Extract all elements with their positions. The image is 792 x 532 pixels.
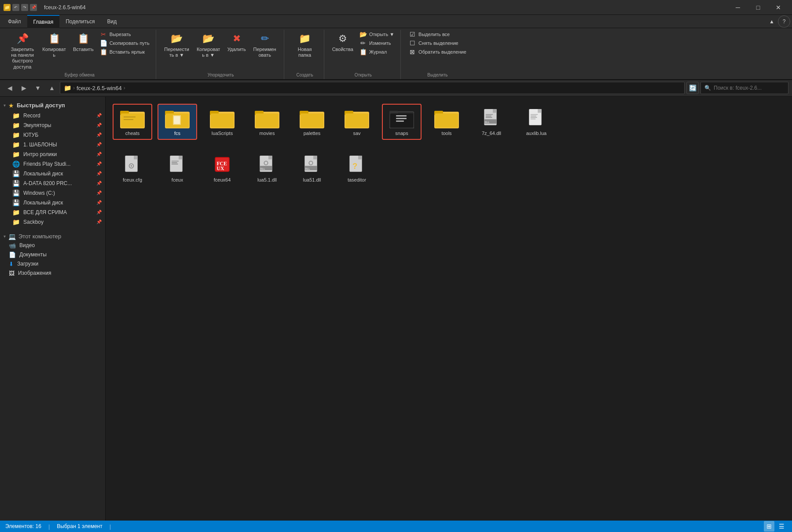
pin-button[interactable]: 📌 Закрепить на панели быстрого доступа (7, 30, 38, 72)
breadcrumb[interactable]: 📁 › fceux-2.6.5-win64 › (60, 82, 685, 94)
help-button[interactable]: ? (778, 15, 790, 28)
tab-file[interactable]: Файл (2, 15, 27, 28)
ribbon-minimize-btn[interactable]: ▲ (766, 18, 778, 25)
svg-rect-55 (172, 162, 177, 163)
large-icons-view-button[interactable]: ⊞ (764, 521, 774, 532)
copy-to-button[interactable]: 📂 Копировать в ▼ (193, 30, 224, 60)
sidebar-item-friends-play[interactable]: 🌐 Friends Play Studi... 📌 (0, 159, 105, 169)
redo-icon: ↷ (21, 4, 28, 11)
new-folder-button[interactable]: 📁 Новая папка (290, 30, 320, 60)
file-name-lua51bdll: lua51.dll (303, 177, 321, 183)
files-area: cheats fcs (106, 97, 792, 521)
file-item-lua51dll[interactable]: DLL lua5.1.dll (247, 150, 287, 186)
maximize-button[interactable]: □ (748, 0, 768, 15)
sidebar-item-local-disk-1[interactable]: 💾 Локальный диск 📌 (0, 169, 105, 179)
svg-rect-56 (172, 164, 178, 164)
sidebar-item-downloads[interactable]: ⬇ Загрузки (0, 259, 105, 269)
sidebar-item-intros[interactable]: 📁 Интро ролики 📌 (0, 149, 105, 159)
tab-share[interactable]: Поделиться (59, 15, 101, 28)
paste-button[interactable]: 📋 Вставить (70, 30, 96, 54)
invert-select-label: Обратить выделение (418, 49, 466, 55)
sidebar-item-emulators[interactable]: 📁 Эмуляторы 📌 (0, 120, 105, 130)
invert-select-icon: ⊠ (409, 48, 416, 55)
folder-icon-luascripts (210, 107, 235, 128)
sidebar-item-local-disk-2[interactable]: 💾 Локальный диск 📌 (0, 198, 105, 208)
copy-button[interactable]: 📋 Копировать (39, 30, 70, 60)
sidebar-item-video[interactable]: 📹 Видео (0, 241, 105, 250)
history-button[interactable]: 📋 Журнал (357, 47, 397, 56)
open-group-label: Открыть (330, 73, 397, 78)
sidebar-sub-item-label: Загрузки (17, 261, 38, 267)
tab-view[interactable]: Вид (101, 15, 123, 28)
sidebar-item-windows-c[interactable]: 💾 Windows (C:) 📌 (0, 188, 105, 198)
pin-icon: 📌 (96, 152, 102, 157)
file-item-palettes[interactable]: palettes (292, 104, 332, 140)
svg-rect-53 (179, 156, 182, 159)
sidebar-item-all-for-stream[interactable]: 📁 ВСЕ ДЛЯ СРИМА 📌 (0, 208, 105, 217)
recent-locations-button[interactable]: ▼ (32, 82, 44, 94)
sidebar-item-documents[interactable]: 📄 Документы (0, 250, 105, 259)
back-button[interactable]: ◀ (4, 82, 16, 94)
breadcrumb-item[interactable]: fceux-2.6.5-win64 (77, 85, 122, 91)
file-item-fcs[interactable]: fcs (158, 104, 197, 140)
disk-icon: 💾 (12, 180, 20, 187)
file-item-fceux64[interactable]: FCE UX fceux64 (202, 150, 242, 186)
file-item-lua51b-dll[interactable]: DLL lua51.dll (292, 150, 332, 186)
properties-button[interactable]: ⚙ Свойства (330, 30, 356, 54)
file-name-snaps: snaps (395, 130, 408, 136)
file-name-palettes: palettes (304, 130, 321, 136)
file-item-tools[interactable]: tools (427, 104, 466, 140)
file-item-cheats[interactable]: cheats (113, 104, 152, 140)
clipboard-small-btns: ✂ Вырезать 📄 Скопировать путь 📋 Вставить… (97, 30, 152, 56)
sidebar-sub-item-label: Изображения (18, 270, 51, 276)
disk-icon: 💾 (12, 170, 20, 177)
tab-home[interactable]: Главная (27, 15, 60, 28)
this-pc-header[interactable]: ▾ 💻 Этот компьютер (0, 230, 105, 241)
file-item-fceux[interactable]: fceux (158, 150, 197, 186)
search-box[interactable]: 🔍 Поиск в: fceux-2.6... (700, 82, 788, 94)
file-item-taseditor[interactable]: ? taseditor (337, 150, 377, 186)
list-view-button[interactable]: ☰ (776, 521, 787, 532)
file-item-sav[interactable]: sav (337, 104, 377, 140)
select-all-button[interactable]: ☑ Выделить все (406, 30, 469, 39)
file-item-auxliblua[interactable]: auxlib.lua (517, 104, 556, 140)
deselect-button[interactable]: ☐ Снять выделение (406, 39, 469, 47)
sidebar-item-record[interactable]: 📁 Record 📌 (0, 111, 105, 120)
rename-button[interactable]: ✏ Переименовать (249, 30, 280, 60)
file-name-movies: movies (260, 130, 275, 136)
folder-icon-snaps (389, 107, 414, 128)
paste-shortcut-button[interactable]: 📋 Вставить ярлык (97, 47, 152, 56)
minimize-button[interactable]: ─ (728, 0, 748, 15)
up-button[interactable]: ▲ (46, 82, 58, 94)
create-items: 📁 Новая папка (290, 30, 320, 72)
title-bar: 📁 ↶ ↷ 📌 fceux-2.6.5-win64 ─ □ ✕ (0, 0, 792, 15)
pin-icon: 📌 (96, 123, 102, 128)
change-button[interactable]: ✏ Изменить (357, 39, 397, 47)
file-item-7z64dll[interactable]: DLL 7z_64.dll (472, 104, 511, 140)
copy-path-button[interactable]: 📄 Скопировать путь (97, 39, 152, 47)
refresh-button[interactable]: 🔄 (686, 82, 699, 94)
svg-rect-2 (121, 113, 144, 128)
open-button[interactable]: 📂 Открыть ▼ (357, 30, 397, 39)
file-item-movies[interactable]: movies (247, 104, 287, 140)
file-item-luascripts[interactable]: luaScripts (202, 104, 242, 140)
video-icon: 📹 (9, 242, 16, 249)
sidebar-item-adata[interactable]: 💾 A-DATA 8200 PRC... 📌 (0, 179, 105, 188)
cut-button[interactable]: ✂ Вырезать (97, 30, 152, 39)
quick-access-header[interactable]: ▾ ★ Быстрый доступ (0, 100, 105, 111)
invert-select-button[interactable]: ⊠ Обратить выделение (406, 47, 469, 56)
close-button[interactable]: ✕ (768, 0, 788, 15)
file-item-snaps[interactable]: snaps (382, 104, 422, 140)
sidebar-item-templates[interactable]: 📁 1. ШАБЛОНЫ 📌 (0, 140, 105, 149)
breadcrumb-end-arrow: › (124, 85, 125, 91)
sidebar-item-sackboy[interactable]: 📁 Sackboy 📌 (0, 217, 105, 227)
ribbon-tab-bar: Файл Главная Поделиться Вид ▲ ? (0, 15, 792, 28)
forward-button[interactable]: ▶ (18, 82, 30, 94)
file-item-fceuxcfg[interactable]: fceux.cfg (113, 150, 152, 186)
sidebar-item-images[interactable]: 🖼 Изображения (0, 269, 105, 278)
move-to-button[interactable]: 📂 Переместить в ▼ (161, 30, 192, 60)
sidebar-item-youtube[interactable]: 📁 ЮТУБ 📌 (0, 130, 105, 140)
file-name-7z64dll: 7z_64.dll (482, 130, 501, 136)
file-name-auxliblua: auxlib.lua (526, 130, 546, 136)
delete-button[interactable]: ✖ Удалить (225, 30, 249, 54)
